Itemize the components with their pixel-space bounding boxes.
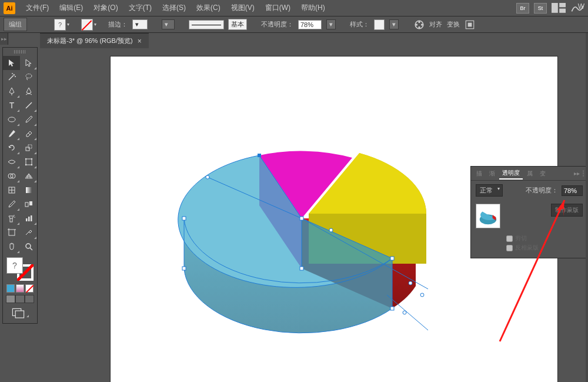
svg-rect-52 — [390, 307, 394, 310]
opacity-field[interactable] — [298, 20, 322, 29]
panel-tab-attributes[interactable]: 属 — [524, 168, 536, 179]
panel-tab-transform[interactable]: 变 — [537, 168, 549, 179]
make-mask-button[interactable]: 制作蒙版 — [551, 204, 583, 217]
panel-tab-stroke[interactable]: 描 — [473, 168, 485, 179]
svg-point-58 — [206, 175, 209, 179]
paintbrush-tool[interactable] — [20, 112, 37, 127]
svg-rect-48 — [258, 154, 261, 157]
var-width-profile[interactable]: ▾ — [162, 19, 175, 29]
arrange-docs-icon[interactable] — [552, 3, 566, 14]
menu-object[interactable]: 对象(O) — [89, 1, 122, 15]
style-swatch[interactable] — [374, 19, 385, 30]
svg-rect-30 — [10, 218, 12, 222]
free-transform-tool[interactable] — [20, 155, 37, 169]
recolor-icon[interactable] — [414, 19, 425, 30]
align-link[interactable]: 对齐 — [429, 20, 442, 29]
rotate-tool[interactable] — [3, 141, 20, 155]
workspace-label[interactable]: W — [578, 2, 584, 11]
pen-tool[interactable] — [3, 84, 20, 98]
menu-edit[interactable]: 编辑(E) — [55, 1, 88, 15]
stroke-swatch[interactable]: ▾ — [81, 19, 93, 31]
brush-definition[interactable] — [189, 20, 224, 29]
color-mode-row — [3, 284, 37, 293]
draw-behind[interactable] — [15, 295, 25, 303]
svg-rect-35 — [31, 215, 32, 221]
color-mode-gradient[interactable] — [16, 284, 24, 293]
curvature-tool[interactable] — [20, 84, 37, 98]
pencil-tool[interactable] — [3, 127, 20, 141]
clip-checkbox[interactable]: 剪切 — [506, 234, 583, 243]
opacity-thumbnail[interactable] — [476, 204, 500, 228]
transform-link[interactable]: 变换 — [447, 20, 460, 29]
perspective-grid-tool[interactable] — [20, 169, 37, 183]
fill-stroke-indicator[interactable]: ? — [5, 256, 35, 282]
slice-tool[interactable] — [20, 225, 37, 240]
panel-tab-gradient[interactable]: 渐 — [486, 168, 498, 179]
shape-builder-tool[interactable] — [3, 169, 20, 183]
menu-type[interactable]: 文字(T) — [124, 1, 156, 15]
screen-mode-tool[interactable] — [11, 305, 29, 321]
eyedropper-tool[interactable] — [3, 197, 20, 211]
pie-chart[interactable] — [163, 112, 440, 382]
svg-point-13 — [8, 117, 15, 122]
scale-tool[interactable] — [20, 141, 37, 155]
color-mode-none[interactable] — [25, 284, 34, 293]
left-panel-collapse[interactable]: ▸▸ — [0, 33, 8, 45]
svg-rect-16 — [28, 145, 32, 148]
line-tool[interactable] — [20, 98, 37, 112]
stock-button[interactable]: St — [534, 3, 547, 14]
svg-point-40 — [26, 244, 31, 248]
isolate-icon[interactable] — [465, 19, 475, 30]
zoom-tool[interactable] — [20, 240, 37, 254]
svg-rect-17 — [26, 159, 32, 165]
color-mode-solid[interactable] — [6, 284, 15, 293]
control-bar: 编组 ?▾ ▾ 描边： ▾ ▾ 基本 不透明度： ▾ 样式： ▾ 对齐 变换 — [0, 16, 588, 33]
stroke-weight-select[interactable]: ▾ — [132, 19, 148, 29]
type-tool[interactable]: T — [3, 98, 20, 112]
brush-label[interactable]: 基本 — [228, 19, 247, 30]
symbol-sprayer-tool[interactable] — [3, 211, 20, 225]
width-tool[interactable] — [3, 155, 20, 169]
right-edge-strip — [586, 33, 588, 382]
tab-bar: 未标题-3* @ 96% (RGB/预览) × — [40, 33, 588, 48]
document-tab[interactable]: 未标题-3* @ 96% (RGB/预览) × — [40, 33, 149, 48]
tab-close-icon[interactable]: × — [138, 37, 142, 45]
blend-mode-select[interactable]: 正常 — [476, 184, 503, 197]
column-graph-tool[interactable] — [20, 211, 37, 225]
fill-swatch[interactable]: ?▾ — [54, 19, 66, 31]
menu-view[interactable]: 视图(V) — [226, 1, 259, 15]
artboard-tool[interactable] — [3, 225, 20, 240]
svg-point-56 — [420, 293, 424, 297]
menu-effect[interactable]: 效果(C) — [192, 1, 225, 15]
svg-rect-27 — [26, 187, 32, 193]
opacity-dropdown[interactable]: ▾ — [326, 19, 336, 29]
draw-inside[interactable] — [25, 295, 34, 303]
blend-tool[interactable] — [20, 197, 37, 211]
ellipse-tool[interactable] — [3, 112, 20, 127]
bridge-button[interactable]: Br — [516, 3, 529, 14]
menu-select[interactable]: 选择(S) — [158, 1, 191, 15]
panel-tab-bar: 描 渐 透明度 属 变 ▸▸ ┆ — [471, 167, 587, 181]
panel-menu-icon[interactable]: ▸▸ ┆ — [574, 170, 585, 177]
magic-wand-tool[interactable] — [3, 70, 20, 84]
panel-tab-transparency[interactable]: 透明度 — [499, 168, 523, 180]
svg-rect-53 — [300, 267, 303, 270]
panel-opacity-field[interactable] — [562, 185, 583, 196]
menu-help[interactable]: 帮助(H) — [296, 1, 330, 15]
direct-selection-tool[interactable] — [20, 56, 37, 70]
transparency-panel: 描 渐 透明度 属 变 ▸▸ ┆ 正常 不透明度： 制作蒙版 剪切 反相蒙版 — [470, 166, 588, 258]
tab-title: 未标题-3* @ 96% (RGB/预览) — [47, 36, 133, 45]
panel-grip[interactable] — [14, 50, 26, 54]
mesh-tool[interactable] — [3, 183, 20, 197]
style-dropdown[interactable]: ▾ — [389, 19, 399, 29]
selection-type-label[interactable]: 编组 — [4, 18, 27, 31]
hand-tool[interactable] — [3, 240, 20, 254]
menu-window[interactable]: 窗口(W) — [260, 1, 295, 15]
gradient-tool[interactable] — [20, 183, 37, 197]
eraser-tool[interactable] — [20, 127, 37, 141]
invert-mask-checkbox[interactable]: 反相蒙版 — [506, 244, 583, 252]
selection-tool[interactable] — [3, 56, 20, 70]
lasso-tool[interactable] — [20, 70, 37, 84]
draw-normal[interactable] — [6, 295, 15, 303]
menu-file[interactable]: 文件(F) — [21, 1, 54, 15]
